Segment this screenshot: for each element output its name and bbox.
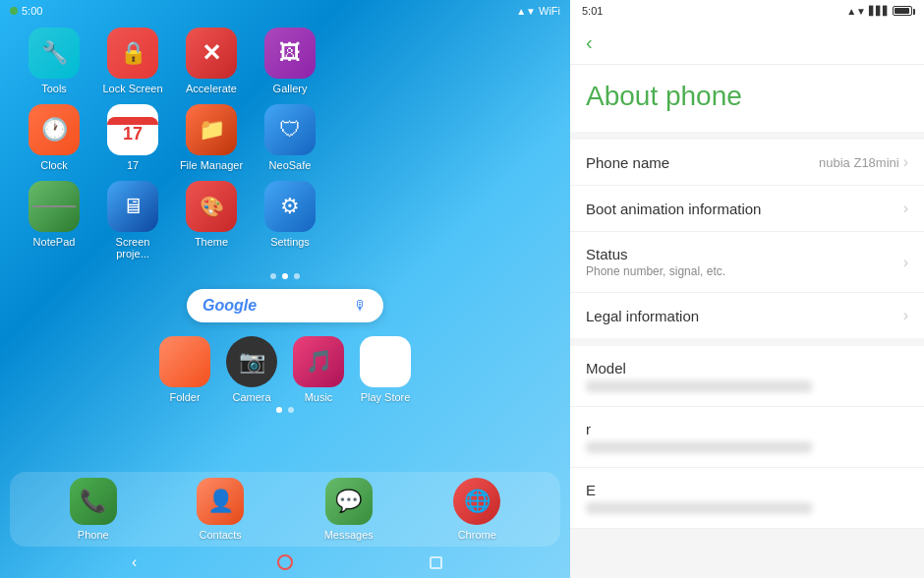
settings-item-r: r <box>570 407 924 468</box>
back-chevron-icon: ‹ <box>586 31 593 53</box>
screenproj-icon: 🖥 <box>107 181 158 232</box>
app-camera[interactable]: 📷 Camera <box>226 336 277 403</box>
cal-date: 17 <box>123 125 143 143</box>
calendar-icon: 17 <box>107 104 158 155</box>
app-lockscreen[interactable]: 🔒 Lock Screen <box>98 28 167 94</box>
app-accelerate[interactable]: ✕ Accelerate <box>177 28 246 94</box>
right-time: 5:01 <box>582 5 603 17</box>
google-logo: Google <box>202 297 257 315</box>
back-button[interactable]: ‹ <box>570 22 924 65</box>
app-playstore[interactable]: ▶ Play Store <box>360 336 411 403</box>
settings-item-phonename-title: Phone name <box>586 154 819 171</box>
app-neosafe[interactable]: 🛡 NeoSafe <box>256 104 324 171</box>
gallery-label: Gallery <box>273 83 308 94</box>
page-title: About phone <box>586 81 908 112</box>
clock-icon: 🕐 <box>29 104 80 155</box>
app-clock[interactable]: 🕐 Clock <box>20 104 88 171</box>
tools-label: Tools <box>41 83 67 94</box>
settings-item-bootanim-title: Boot animation information <box>586 201 903 217</box>
dock-chrome-label: Chrome <box>458 529 496 541</box>
dock-phone[interactable]: 📞 Phone <box>70 478 117 541</box>
right-settings-panel: 5:01 ▲▼ ▋▋▋ ‹ About phone Phone name nub… <box>570 0 924 578</box>
app-grid-row2: 🕐 Clock 17 17 📁 File Manager 🛡 NeoSafe <box>0 102 570 179</box>
mic-icon[interactable]: 🎙 <box>354 298 368 314</box>
settings-item-status-title: Status <box>586 246 903 262</box>
app-grid-row1: 🔧 Tools 🔒 Lock Screen ✕ Accelerate 🖼 Gal… <box>0 22 570 102</box>
playstore-label: Play Store <box>361 391 411 403</box>
app-calendar[interactable]: 17 17 <box>98 104 167 171</box>
page-dots-top <box>0 273 570 279</box>
dock-messages-icon: 💬 <box>325 478 373 525</box>
nav-home-button[interactable] <box>276 553 294 571</box>
search-area: Google 🎙 <box>0 285 570 326</box>
settings-item-status[interactable]: Status Phone number, signal, etc. › <box>570 232 924 293</box>
settings-item-bootanim-content: Boot animation information <box>586 201 903 217</box>
dock-bar: 📞 Phone 👤 Contacts 💬 Messages 🌐 Chrome <box>10 472 560 547</box>
chevron-right-icon: › <box>903 153 908 171</box>
settings-item-phonename-value: nubia Z18mini <box>819 155 899 170</box>
right-status-icons: ▲▼ ▋▋▋ <box>846 6 912 17</box>
left-time: 5:00 <box>22 5 42 17</box>
signal-icon: ▲▼ <box>516 6 536 17</box>
app-screenproj[interactable]: 🖥 Screen proje... <box>98 181 167 260</box>
settings-item-phonename[interactable]: Phone name nubia Z18mini › <box>570 140 924 186</box>
wifi-icon: WiFi <box>539 5 560 17</box>
theme-label: Theme <box>195 236 228 248</box>
dock-chrome[interactable]: 🌐 Chrome <box>453 478 500 541</box>
battery-icon <box>893 6 912 16</box>
model-value-blurred <box>586 380 812 392</box>
gallery-icon: 🖼 <box>264 28 316 79</box>
settings-label: Settings <box>270 236 310 248</box>
filemanager-label: File Manager <box>180 159 243 171</box>
settings-item-status-content: Status Phone number, signal, etc. <box>586 246 903 278</box>
status-dot <box>10 7 18 15</box>
app-notepad[interactable]: NotePad <box>20 181 88 260</box>
screenproj-label: Screen proje... <box>98 236 167 260</box>
app-folder[interactable]: Folder <box>159 336 210 403</box>
home-circle-icon <box>277 554 293 570</box>
dock-chrome-icon: 🌐 <box>453 478 500 525</box>
settings-item-legal-title: Legal information <box>586 308 903 324</box>
camera-label: Camera <box>232 391 270 403</box>
dock-contacts[interactable]: 👤 Contacts <box>197 478 244 541</box>
settings-item-bootanim[interactable]: Boot animation information › <box>570 186 924 232</box>
app-music[interactable]: 🎵 Music <box>293 336 344 403</box>
nav-bar: ‹ <box>0 547 570 578</box>
e-value-blurred <box>586 502 812 514</box>
google-search-bar[interactable]: Google 🎙 <box>187 289 383 322</box>
app-theme[interactable]: 🎨 Theme <box>177 181 246 260</box>
filemanager-icon: 📁 <box>186 104 237 155</box>
nav-back-button[interactable]: ‹ <box>126 553 144 571</box>
page-dots-bottom <box>0 407 570 413</box>
app-settings[interactable]: ⚙ Settings <box>256 181 324 260</box>
settings-item-model: Model <box>570 346 924 407</box>
status-left: 5:00 <box>10 5 42 17</box>
app-gallery[interactable]: 🖼 Gallery <box>256 28 324 94</box>
camera-icon: 📷 <box>226 336 277 387</box>
e-title: E <box>586 482 908 498</box>
music-label: Music <box>305 391 333 403</box>
right-status-bar: 5:01 ▲▼ ▋▋▋ <box>570 0 924 22</box>
settings-divider <box>570 338 924 346</box>
app-filemanager[interactable]: 📁 File Manager <box>177 104 246 171</box>
dock-messages[interactable]: 💬 Messages <box>324 478 374 541</box>
music-icon: 🎵 <box>293 336 344 387</box>
status-chevron-icon: › <box>903 254 908 271</box>
app-tools[interactable]: 🔧 Tools <box>20 28 88 94</box>
settings-item-e: E <box>570 468 924 529</box>
settings-icon: ⚙ <box>264 181 316 232</box>
bottom-dock: 📞 Phone 👤 Contacts 💬 Messages 🌐 Chrome <box>0 472 570 547</box>
dock-phone-icon: 📞 <box>70 478 117 525</box>
settings-item-legal[interactable]: Legal information › <box>570 293 924 338</box>
folder-icon <box>159 336 210 387</box>
r-value-blurred <box>586 441 812 453</box>
settings-item-phonename-content: Phone name <box>586 154 819 171</box>
theme-icon: 🎨 <box>186 181 237 232</box>
nav-recent-button[interactable] <box>427 553 444 571</box>
bootanim-chevron-icon: › <box>903 200 908 217</box>
lockscreen-icon: 🔒 <box>107 28 158 79</box>
neosafe-icon: 🛡 <box>264 104 316 155</box>
accelerate-icon: ✕ <box>186 28 237 79</box>
dot-1 <box>270 273 276 279</box>
dot-b1 <box>276 407 282 413</box>
